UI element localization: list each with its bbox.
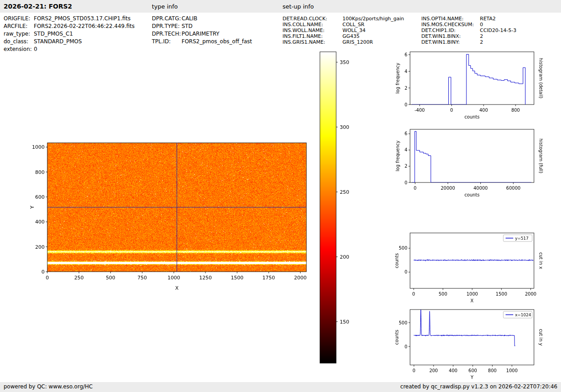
main-image-plot: 0250500750100012501500175020000200400600… — [29, 143, 307, 291]
tick-label: 500 — [399, 320, 407, 325]
tick-label: 400 — [479, 108, 488, 113]
colorbar-tick-label: 250 — [340, 189, 349, 195]
x-axis-label: counts — [465, 114, 479, 119]
tick-label: 0 — [405, 102, 407, 107]
data-series — [414, 310, 515, 346]
tick-label: 800 — [511, 108, 520, 113]
tick-label: 1500 — [496, 292, 507, 296]
x-axis-label: Y — [470, 375, 474, 380]
tick-label: 200 — [429, 368, 438, 373]
colorbar-plot: 150200250300350 — [320, 52, 349, 363]
tick-label: 4 — [405, 147, 407, 152]
plot-frame — [320, 52, 336, 363]
tick-label: 20000 — [441, 186, 455, 191]
y-axis-label: log frequency — [395, 141, 400, 172]
tick-label: 400 — [449, 368, 457, 373]
tick-label: 1000 — [466, 292, 478, 296]
y-axis-label: log frequency — [395, 63, 400, 94]
tick-label: 0 — [405, 344, 407, 349]
tick-label: 800 — [35, 169, 45, 175]
tick-label: 2000 — [294, 275, 307, 281]
tick-label: 600 — [469, 368, 477, 373]
tick-label: 60000 — [506, 186, 520, 191]
data-series — [414, 260, 534, 261]
colorbar-tick-label: 350 — [340, 59, 349, 65]
plot-frame — [410, 52, 534, 105]
tick-label: 6 — [405, 131, 407, 136]
hist-full-plot: 02000040000600000246countslog frequencyh… — [395, 129, 543, 197]
panel-title: cut in x — [538, 252, 543, 269]
tick-label: 1000 — [32, 144, 45, 150]
y-axis-label: counts — [394, 253, 399, 268]
tick-label: 400 — [35, 219, 45, 225]
tick-label: 0 — [414, 186, 416, 191]
qc-report-page: 2026-02-21: FORS2 type info set-up info … — [0, 0, 561, 392]
data-series — [412, 55, 525, 105]
tick-label: 0 — [405, 269, 407, 274]
tick-label: 1500 — [231, 275, 243, 281]
tick-label: -400 — [415, 108, 425, 113]
cut-y-plot: 020040060080010000500Ycountscut in yx=10… — [394, 310, 543, 380]
tick-label: 500 — [399, 246, 407, 251]
x-axis-label: counts — [465, 192, 479, 197]
tick-label: 800 — [488, 368, 497, 373]
hist-detail-plot: -40004008000246countslog frequencyhistog… — [395, 52, 543, 119]
tick-label: 1250 — [199, 275, 212, 281]
tick-label: 0 — [41, 269, 45, 275]
tick-label: 1000 — [168, 275, 180, 281]
tick-label: 2 — [405, 164, 407, 169]
colorbar-tick-label: 300 — [340, 124, 349, 130]
x-axis-label: X — [470, 298, 474, 303]
tick-label: 2 — [405, 86, 407, 91]
tick-label: 1750 — [262, 275, 275, 281]
y-axis-label: counts — [394, 330, 399, 345]
tick-label: 1000 — [506, 368, 517, 373]
x-axis-label: X — [175, 285, 179, 291]
tick-label: 750 — [137, 275, 147, 281]
colorbar-tick-label: 200 — [340, 254, 349, 260]
tick-label: 0 — [450, 108, 453, 113]
cut-x-plot: 05001000150020000500Xcountscut in xy=517 — [394, 233, 543, 303]
data-series — [412, 132, 531, 183]
legend-label: x=1024 — [515, 313, 531, 317]
tick-label: 500 — [438, 292, 447, 296]
tick-label: 0 — [405, 180, 407, 185]
panel-title: cut in y — [538, 329, 543, 346]
tick-label: 0 — [412, 292, 415, 296]
tick-label: 250 — [74, 275, 84, 281]
panel-title: histogram (detail) — [538, 58, 543, 99]
tick-label: 6 — [405, 52, 407, 57]
y-axis-label: Y — [29, 205, 35, 209]
legend-label: y=517 — [515, 236, 529, 241]
tick-label: 4 — [405, 69, 407, 74]
tick-label: 40000 — [474, 186, 488, 191]
tick-label: 600 — [35, 194, 45, 200]
tick-label: 0 — [46, 275, 49, 281]
plots-overlay: 0250500750100012501500175020000200400600… — [0, 0, 561, 392]
colorbar-tick-label: 150 — [340, 319, 349, 325]
tick-label: 0 — [413, 368, 415, 373]
tick-label: 500 — [106, 275, 115, 281]
tick-label: 2000 — [525, 292, 536, 296]
panel-title: histogram (full) — [538, 138, 543, 173]
tick-label: 200 — [35, 244, 45, 250]
